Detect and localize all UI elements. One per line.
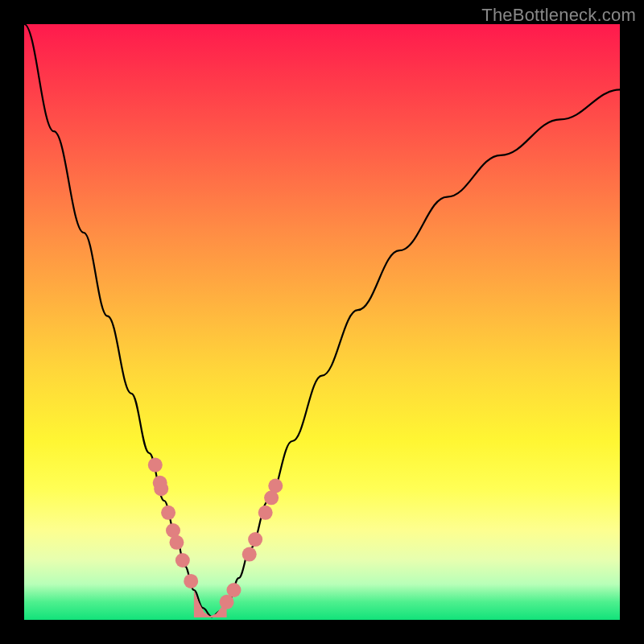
gradient-plot-area xyxy=(24,24,620,620)
watermark-text: TheBottleneck.com xyxy=(481,5,636,26)
